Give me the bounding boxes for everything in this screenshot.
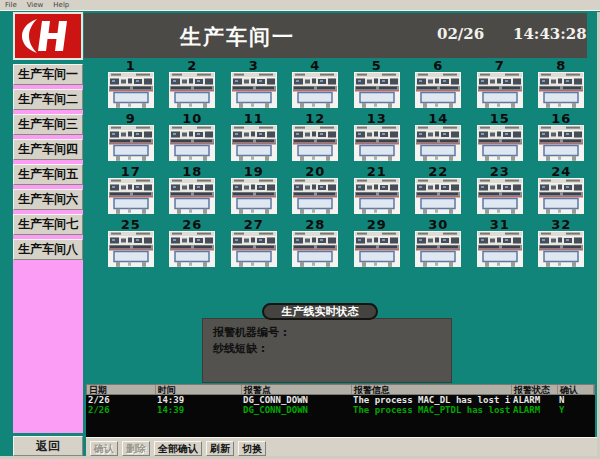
machine-item[interactable]: 15: [469, 112, 531, 165]
machine-number: 3: [249, 59, 259, 72]
knitting-machine-icon: [477, 178, 523, 214]
table-row[interactable]: 2/2614:39DG_CONN_DOWNThe process MAC_DL …: [86, 395, 595, 405]
machine-number: 2: [187, 59, 197, 72]
toolbar-refresh-button[interactable]: 刷新: [206, 441, 234, 456]
toolbar-delete-button[interactable]: 删除: [122, 441, 150, 456]
header-band: [84, 13, 587, 58]
machine-number: 24: [551, 165, 571, 178]
machine-item[interactable]: 14: [408, 112, 470, 165]
sidebar-item-workshop-3[interactable]: 生产车间三: [13, 114, 83, 135]
machine-item[interactable]: 3: [223, 59, 285, 112]
cell-message: The process MAC_DL has lost its d..: [351, 395, 511, 405]
knitting-machine-icon: [354, 178, 400, 214]
sidebar-item-workshop-8[interactable]: 生产车间八: [13, 239, 83, 260]
machine-number: 23: [490, 165, 510, 178]
machine-item[interactable]: 21: [346, 165, 408, 218]
menu-item-help[interactable]: Help: [53, 1, 69, 9]
machine-number: 30: [428, 218, 448, 231]
sidebar-item-workshop-7[interactable]: 生产车间七: [13, 214, 83, 235]
knitting-machine-icon: [538, 72, 584, 108]
toolbar-switch-button[interactable]: 切换: [238, 441, 266, 456]
machine-item[interactable]: 22: [408, 165, 470, 218]
machine-item[interactable]: 12: [285, 112, 347, 165]
column-header: 日期: [87, 385, 156, 394]
machine-item[interactable]: 30: [408, 218, 470, 271]
machine-item[interactable]: 13: [346, 112, 408, 165]
sidebar-item-workshop-2[interactable]: 生产车间二: [13, 89, 83, 110]
cell-point: DG_CONN_DOWN: [241, 405, 351, 415]
machine-item[interactable]: 2: [162, 59, 224, 112]
knitting-machine-icon: [292, 72, 338, 108]
machine-item[interactable]: 27: [223, 218, 285, 271]
machine-number: 18: [182, 165, 202, 178]
knitting-machine-icon: [169, 72, 215, 108]
knitting-machine-icon: [231, 125, 277, 161]
machine-number: 13: [367, 112, 387, 125]
knitting-machine-icon: [415, 125, 461, 161]
toolbar-ack-all-button[interactable]: 全部确认: [154, 441, 202, 456]
machine-item[interactable]: 24: [531, 165, 593, 218]
knitting-machine-icon: [108, 72, 154, 108]
machine-item[interactable]: 17: [100, 165, 162, 218]
machine-item[interactable]: 23: [469, 165, 531, 218]
machine-item[interactable]: 32: [531, 218, 593, 271]
toolbar-ack-button[interactable]: 确认: [90, 441, 118, 456]
knitting-machine-icon: [415, 72, 461, 108]
page-title: 生产车间一: [180, 23, 295, 51]
menu-item-view[interactable]: View: [27, 1, 44, 9]
machine-item[interactable]: 20: [285, 165, 347, 218]
machine-item[interactable]: 4: [285, 59, 347, 112]
machine-item[interactable]: 6: [408, 59, 470, 112]
knitting-machine-icon: [108, 231, 154, 267]
machine-number: 27: [244, 218, 264, 231]
machine-number: 26: [182, 218, 202, 231]
table-row[interactable]: 2/2614:39DG_CONN_DOWNThe process MAC_PTD…: [86, 405, 595, 415]
column-header: 报警状态: [512, 385, 558, 394]
knitting-machine-icon: [538, 125, 584, 161]
return-button[interactable]: 返回: [13, 436, 83, 456]
sidebar-item-workshop-1[interactable]: 生产车间一: [13, 64, 83, 85]
knitting-machine-icon: [108, 178, 154, 214]
knitting-machine-icon: [292, 231, 338, 267]
machine-item[interactable]: 31: [469, 218, 531, 271]
machine-item[interactable]: 10: [162, 112, 224, 165]
machine-item[interactable]: 25: [100, 218, 162, 271]
machine-number: 22: [428, 165, 448, 178]
column-header: 报警点: [242, 385, 352, 394]
menu-item-file[interactable]: File: [5, 1, 17, 9]
alarm-machine-number-label: 报警机器编号 :: [213, 326, 451, 339]
knitting-machine-icon: [169, 125, 215, 161]
machine-item[interactable]: 28: [285, 218, 347, 271]
machine-number: 6: [433, 59, 443, 72]
machine-item[interactable]: 7: [469, 59, 531, 112]
sidebar-item-workshop-4[interactable]: 生产车间四: [13, 139, 83, 160]
machine-number: 11: [244, 112, 264, 125]
knitting-machine-icon: [538, 178, 584, 214]
alarm-table: 日期时间报警点报警信息报警状态确认 2/2614:39DG_CONN_DOWNT…: [86, 384, 595, 437]
machine-number: 20: [305, 165, 325, 178]
sidebar-item-workshop-5[interactable]: 生产车间五: [13, 164, 83, 185]
sidebar-item-workshop-6[interactable]: 生产车间六: [13, 189, 83, 210]
machine-item[interactable]: 29: [346, 218, 408, 271]
machine-item[interactable]: 19: [223, 165, 285, 218]
machine-item[interactable]: 8: [531, 59, 593, 112]
cell-message: The process MAC_PTDL has lost its..: [351, 405, 511, 415]
cell-status: ALARM: [511, 405, 557, 415]
sidebar-buttons: 生产车间一生产车间二生产车间三生产车间四生产车间五生产车间六生产车间七生产车间八: [13, 64, 83, 260]
knitting-machine-icon: [477, 231, 523, 267]
machine-item[interactable]: 16: [531, 112, 593, 165]
machine-item[interactable]: 11: [223, 112, 285, 165]
machine-item[interactable]: 9: [100, 112, 162, 165]
machine-grid: 1 2: [100, 59, 592, 273]
machine-number: 8: [556, 59, 566, 72]
machine-item[interactable]: 18: [162, 165, 224, 218]
cell-time: 14:39: [155, 405, 241, 415]
knitting-machine-icon: [292, 125, 338, 161]
knitting-machine-icon: [538, 231, 584, 267]
cell-status: ALARM: [511, 395, 557, 405]
machine-item[interactable]: 26: [162, 218, 224, 271]
knitting-machine-icon: [354, 125, 400, 161]
machine-item[interactable]: 1: [100, 59, 162, 112]
machine-item[interactable]: 5: [346, 59, 408, 112]
knitting-machine-icon: [108, 125, 154, 161]
